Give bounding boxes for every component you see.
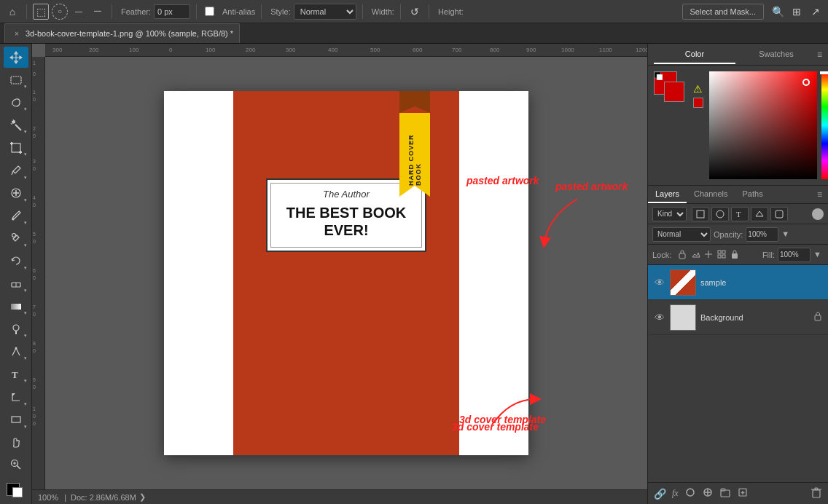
ruler-top: 300 200 100 0 100 200 300 400 500 600 70… (45, 44, 647, 57)
marquee-tool[interactable]: ▾ (4, 69, 28, 90)
default-colors-icon[interactable] (654, 71, 663, 80)
filter-pixel-icon[interactable] (692, 207, 709, 221)
dodge-tool[interactable]: ▾ (4, 318, 28, 339)
tab-color[interactable]: Color (654, 45, 735, 64)
filter-smartobject-icon[interactable] (770, 207, 788, 221)
lock-image-icon[interactable] (690, 249, 700, 261)
toolbar-separator-1 (26, 4, 27, 19)
path-select-tool[interactable]: ▾ (4, 386, 28, 407)
lock-artboard-icon[interactable] (716, 249, 727, 261)
crop-tool[interactable]: ▾ (4, 137, 28, 158)
hand-tool[interactable] (4, 432, 28, 453)
link-layers-icon[interactable]: 🔗 (654, 488, 666, 500)
tab-close-icon[interactable]: × (11, 28, 23, 39)
hue-strip[interactable] (821, 71, 828, 179)
book-main-area: The Author THE BEST BOOK EVER! HARD COVE… (233, 91, 459, 455)
book-title: THE BEST BOOK EVER! (279, 204, 413, 239)
home-icon[interactable]: ⌂ (4, 4, 20, 20)
layers-bottom-bar: 🔗 fx (648, 482, 828, 504)
healing-tool[interactable]: ▾ (4, 183, 28, 204)
history-brush-tool[interactable]: ▾ (4, 251, 28, 272)
add-mask-icon[interactable] (684, 487, 696, 500)
new-adjustment-layer-icon[interactable] (702, 487, 714, 500)
toolbar-separator-6 (400, 4, 401, 19)
layer-item-sample[interactable]: 👁 sample (648, 265, 828, 300)
fill-input[interactable] (778, 248, 811, 262)
zoom-tool[interactable] (4, 454, 28, 476)
color-gradient-picker[interactable] (709, 71, 817, 179)
gamut-color-box[interactable] (693, 98, 703, 108)
lasso-tool[interactable]: ▾ (4, 92, 28, 113)
brush-tool[interactable]: ▾ (4, 205, 28, 227)
magic-wand-tool[interactable]: ▾ (4, 114, 28, 135)
layers-kind-select[interactable]: Kind (652, 207, 687, 221)
svg-rect-26 (12, 417, 20, 422)
style-select[interactable]: Normal Fixed Ratio Fixed Size (294, 4, 356, 20)
color-panel: Color Swatches ≡ (648, 44, 828, 186)
search-icon[interactable]: 🔍 (770, 4, 786, 20)
layer-visibility-icon-bg[interactable]: 👁 (654, 312, 665, 323)
status-forward-arrow[interactable]: ❯ (139, 492, 146, 502)
new-layer-icon[interactable] (737, 487, 749, 500)
new-group-icon[interactable] (719, 487, 731, 500)
svg-marker-25 (12, 393, 15, 396)
layers-list: 👁 sample 👁 Background (648, 265, 828, 482)
height-label: Height: (438, 7, 464, 16)
book-ribbon: HARD COVER BOOK (399, 91, 430, 186)
layer-visibility-icon-sample[interactable]: 👁 (654, 277, 665, 288)
layers-panel-menu-icon[interactable]: ≡ (811, 186, 828, 203)
eraser-tool[interactable]: ▾ (4, 273, 28, 294)
layer-lock-icon-bg[interactable] (813, 311, 822, 323)
select-mask-button[interactable]: Select and Mask... (682, 4, 765, 20)
eyedropper-tool[interactable]: ▾ (4, 160, 28, 181)
tab-swatches[interactable]: Swatches (735, 45, 817, 64)
layer-item-background[interactable]: 👁 Background (648, 300, 828, 335)
opacity-chevron-down-icon[interactable]: ▼ (781, 229, 792, 240)
hue-cursor (820, 71, 828, 74)
tab-paths[interactable]: Paths (735, 186, 770, 203)
fill-label: Fill: (762, 251, 775, 259)
type-tool[interactable]: T ▾ (4, 363, 28, 385)
clone-stamp-tool[interactable]: ▾ (4, 228, 28, 249)
svg-line-1 (15, 125, 21, 130)
opacity-input[interactable] (746, 227, 778, 242)
arrange-icon[interactable]: ⊞ (789, 4, 805, 20)
feather-label: Feather: (121, 7, 151, 16)
lock-position-icon[interactable] (703, 249, 714, 261)
tab-layers[interactable]: Layers (648, 186, 687, 203)
shape-tool[interactable]: ▾ (4, 409, 28, 430)
background-color-swatch[interactable] (664, 82, 684, 102)
blend-mode-select[interactable]: Normal Dissolve Multiply Screen (652, 227, 711, 242)
layer-filter-toggle[interactable] (812, 208, 824, 220)
svg-point-44 (687, 489, 694, 496)
document-tab[interactable]: × 3d-book-cover-template-1.png @ 100% (s… (4, 23, 240, 43)
color-picker-area[interactable] (709, 71, 828, 179)
anti-alias-checkbox[interactable] (205, 7, 214, 16)
move-tool[interactable] (4, 47, 28, 68)
pen-tool[interactable]: ▾ (4, 341, 28, 362)
export-icon[interactable]: ↗ (808, 4, 824, 20)
filter-type-icon[interactable]: T (731, 207, 749, 221)
delete-layer-icon[interactable] (811, 487, 822, 500)
filter-shape-icon[interactable] (751, 207, 768, 221)
gamut-warning-icon[interactable]: ⚠ (693, 83, 703, 95)
toolbar-separator-7 (429, 4, 429, 19)
svg-text:T: T (12, 369, 18, 380)
single-row-icon[interactable]: — (71, 4, 87, 20)
ribbon-text: HARD COVER BOOK (407, 113, 422, 186)
fg-bg-color[interactable] (4, 480, 28, 501)
lock-all-icon[interactable] (730, 249, 740, 261)
fill-chevron-down-icon[interactable]: ▼ (813, 250, 824, 260)
swap-icon[interactable]: ↺ (407, 4, 423, 20)
marquee-rect-icon[interactable]: ⬚ (33, 4, 49, 20)
marquee-ellipse-icon[interactable]: ○ (52, 4, 68, 20)
single-col-icon[interactable]: | (90, 4, 106, 20)
layers-locks: Lock: Fill: ▼ (648, 245, 828, 265)
lock-transparent-icon[interactable] (677, 249, 687, 261)
add-layer-style-icon[interactable]: fx (672, 488, 679, 499)
filter-adjustment-icon[interactable] (711, 207, 729, 221)
tab-channels[interactable]: Channels (687, 186, 735, 203)
feather-input[interactable] (154, 4, 190, 19)
gradient-tool[interactable]: ▾ (4, 296, 28, 317)
color-panel-menu-icon[interactable]: ≡ (817, 50, 822, 60)
